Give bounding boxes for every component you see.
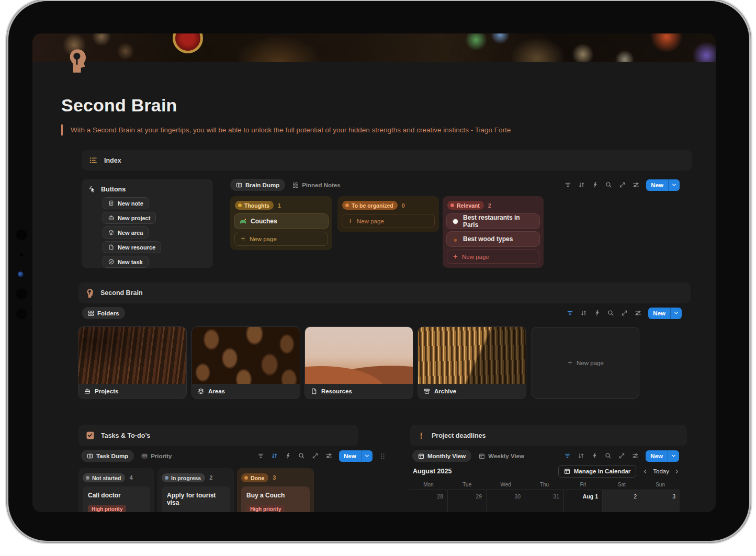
bolt-icon[interactable] xyxy=(594,310,601,316)
tab-folders[interactable]: Folders xyxy=(82,307,125,319)
new-note-button[interactable]: New note xyxy=(103,197,149,209)
status-dot-icon xyxy=(244,476,248,480)
sort-icon[interactable] xyxy=(271,452,278,459)
chevron-right-icon[interactable] xyxy=(674,469,680,474)
tab-brain-dump[interactable]: Brain Dump xyxy=(230,179,285,191)
bolt-icon[interactable] xyxy=(592,181,599,188)
tasks-callout[interactable]: Tasks & To-do’s xyxy=(78,425,358,446)
calendar-cell[interactable]: 28 xyxy=(409,490,447,512)
calendar-cell-today[interactable]: Aug 1 xyxy=(563,490,602,512)
new-resource-button[interactable]: New resource xyxy=(103,241,161,253)
task-card-buy-couch[interactable]: Buy a Couch High priority xyxy=(241,486,310,512)
tab-priority[interactable]: Priority xyxy=(139,450,174,462)
cursor-click-icon xyxy=(89,186,96,193)
new-task-button[interactable]: New task xyxy=(103,256,149,268)
board-icon xyxy=(87,453,93,459)
status-badge[interactable]: Thoughts xyxy=(235,201,274,210)
new-page-card[interactable]: New page xyxy=(532,327,639,399)
chevron-left-icon[interactable] xyxy=(642,469,648,474)
camera-lens xyxy=(16,288,27,300)
sliders-icon[interactable] xyxy=(325,452,332,459)
folders-tabs: Folders xyxy=(82,307,125,319)
calendar-cell[interactable]: 31 xyxy=(525,490,563,512)
status-badge[interactable]: To be organized xyxy=(342,201,398,210)
new-button[interactable]: New xyxy=(646,450,679,462)
task-card-call-doctor[interactable]: Call doctor High priority xyxy=(83,486,150,512)
sort-icon[interactable] xyxy=(578,452,584,459)
new-button[interactable]: New xyxy=(339,450,373,462)
manage-in-calendar-button[interactable]: Manage in Calendar xyxy=(558,465,637,478)
tab-pinned-notes[interactable]: Pinned Notes xyxy=(290,179,342,191)
new-area-button[interactable]: New area xyxy=(103,226,149,239)
priority-badge: High priority xyxy=(246,505,285,513)
calendar-cell[interactable]: 30 xyxy=(486,490,525,512)
card-best-wood-types[interactable]: Best wood types xyxy=(447,232,539,246)
filter-icon[interactable] xyxy=(257,452,264,459)
camera-lens-blue xyxy=(18,271,24,277)
expand-icon[interactable] xyxy=(618,452,625,459)
filter-icon[interactable] xyxy=(567,310,573,316)
projects-cover-image xyxy=(78,327,186,384)
new-button[interactable]: New xyxy=(648,308,682,319)
expand-icon[interactable] xyxy=(312,452,319,459)
tablet-device: Second Brain With a Second Brain at your… xyxy=(8,1,749,541)
folder-card-archive[interactable]: Archive xyxy=(418,327,526,399)
card-couches[interactable]: Couches xyxy=(234,214,328,229)
search-icon[interactable] xyxy=(607,310,614,316)
layers-icon xyxy=(198,388,204,394)
tab-task-dump[interactable]: Task Dump xyxy=(81,450,134,462)
deadlines-callout[interactable]: Project deadlines xyxy=(410,425,687,446)
folder-card-projects[interactable]: Projects xyxy=(78,327,186,399)
brain-icon xyxy=(86,289,94,298)
sliders-icon[interactable] xyxy=(633,181,639,188)
second-brain-callout[interactable]: Second Brain xyxy=(78,282,691,303)
grid-icon xyxy=(88,310,94,316)
expand-icon[interactable] xyxy=(619,181,626,188)
index-callout[interactable]: Index xyxy=(82,150,692,171)
new-project-button[interactable]: New project xyxy=(103,212,156,224)
new-button[interactable]: New xyxy=(646,179,680,191)
deadlines-toolbar: New xyxy=(564,450,679,462)
task-card-tourist-visa[interactable]: Apply for tourist visa Medium priority xyxy=(162,486,230,512)
folder-card-areas[interactable]: Areas xyxy=(192,327,300,399)
status-badge[interactable]: Relevant xyxy=(447,201,484,210)
bolt-icon[interactable] xyxy=(591,452,598,459)
folder-card-resources[interactable]: Resources xyxy=(305,327,413,399)
buttons-panel-header: Buttons xyxy=(89,186,213,193)
search-icon[interactable] xyxy=(605,452,612,459)
chevron-down-icon[interactable] xyxy=(364,453,370,459)
brain-logo-icon xyxy=(68,49,87,73)
new-page-button[interactable]: New page xyxy=(447,249,539,264)
sort-icon[interactable] xyxy=(580,310,587,316)
column-count: 2 xyxy=(488,202,491,209)
drag-handle-icon[interactable] xyxy=(379,452,386,460)
status-badge[interactable]: Not started xyxy=(83,473,125,482)
search-icon[interactable] xyxy=(605,181,612,188)
bolt-icon[interactable] xyxy=(285,452,291,459)
card-best-restaurants[interactable]: Best restaurants in Paris xyxy=(447,214,539,229)
new-page-button[interactable]: New page xyxy=(342,214,435,228)
tab-monthly-view[interactable]: Monthly View xyxy=(412,450,471,462)
sort-icon[interactable] xyxy=(578,181,585,188)
chevron-down-icon[interactable] xyxy=(671,182,677,188)
filter-icon[interactable] xyxy=(564,452,571,459)
calendar-cell[interactable]: 3 xyxy=(641,490,680,512)
new-page-button[interactable]: New page xyxy=(234,232,328,246)
tab-weekly-view[interactable]: Weekly View xyxy=(477,450,526,462)
filter-icon[interactable] xyxy=(565,181,571,188)
sliders-icon[interactable] xyxy=(635,310,641,316)
chevron-down-icon[interactable] xyxy=(671,453,676,459)
expand-icon[interactable] xyxy=(621,310,628,316)
calendar-cell[interactable]: 2 xyxy=(602,490,641,512)
status-dot-icon xyxy=(238,203,242,207)
chevron-down-icon[interactable] xyxy=(673,310,679,316)
calendar-cell[interactable]: 29 xyxy=(447,490,486,512)
search-icon[interactable] xyxy=(298,452,305,459)
tasks-toolbar: New xyxy=(257,450,386,462)
today-button[interactable]: Today xyxy=(653,468,669,474)
status-badge[interactable]: Done xyxy=(241,473,268,482)
task-check-icon xyxy=(108,259,114,265)
page-quote: With a Second Brain at your fingertips, … xyxy=(61,124,521,135)
sliders-icon[interactable] xyxy=(632,452,639,459)
status-badge[interactable]: In progress xyxy=(162,473,205,482)
